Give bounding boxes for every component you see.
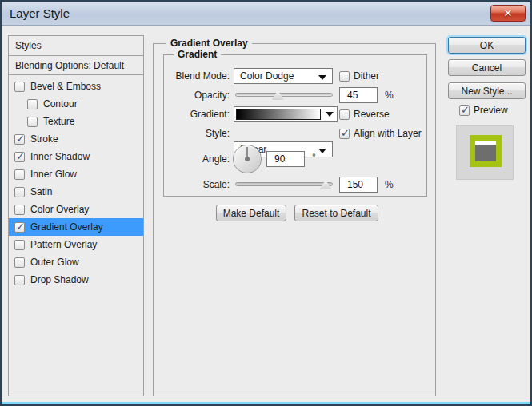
- sidebar-item[interactable]: Drop Shadow: [9, 271, 143, 289]
- reverse-checkbox-row: Reverse: [339, 109, 390, 120]
- gradient-overlay-panel: Gradient Overlay Gradient Blend Mode: Co…: [153, 43, 436, 396]
- gradient-dropdown-arrow[interactable]: [322, 107, 337, 121]
- chevron-down-icon: [326, 112, 334, 117]
- preview-swatch: [456, 125, 514, 180]
- opacity-unit: %: [385, 87, 394, 103]
- sidebar-header-styles[interactable]: Styles: [9, 36, 143, 56]
- sidebar-item-label: Stroke: [30, 133, 58, 145]
- item-checkbox[interactable]: [14, 187, 25, 197]
- reset-to-default-button[interactable]: Reset to Default: [294, 205, 378, 221]
- gradient-label: Gradient:: [164, 106, 230, 122]
- layer-style-dialog: Layer Style ✕ Styles Blending Options: D…: [0, 0, 532, 406]
- scale-input[interactable]: [339, 177, 378, 193]
- sidebar-item[interactable]: Outer Glow: [9, 253, 143, 271]
- angle-label: Angle:: [164, 151, 230, 167]
- scale-slider-track[interactable]: [235, 182, 333, 186]
- gradient-picker[interactable]: [234, 106, 338, 122]
- chevron-down-icon: [318, 149, 326, 153]
- close-icon[interactable]: ✕: [490, 5, 526, 22]
- styles-sidebar: Styles Blending Options: Default Bevel &…: [8, 35, 144, 396]
- preview-swatch-fill: [475, 141, 496, 161]
- angle-dial[interactable]: [233, 145, 262, 173]
- item-checkbox[interactable]: [14, 275, 25, 285]
- sidebar-item-label: Pattern Overlay: [30, 239, 97, 250]
- sidebar-item-label: Gradient Overlay: [30, 221, 103, 233]
- item-checkbox[interactable]: [14, 222, 25, 233]
- item-checkbox[interactable]: [14, 134, 25, 145]
- opacity-slider-track[interactable]: [235, 93, 333, 97]
- item-checkbox[interactable]: [14, 82, 25, 92]
- angle-unit: °: [312, 149, 316, 165]
- sidebar-items: Bevel & Emboss Contour Texture Stroke In…: [9, 75, 143, 289]
- new-style-button[interactable]: New Style...: [448, 82, 526, 99]
- sidebar-item[interactable]: Gradient Overlay: [9, 218, 143, 236]
- item-checkbox[interactable]: [27, 117, 38, 127]
- opacity-label: Opacity:: [164, 87, 230, 103]
- dither-checkbox-row: Dither: [339, 70, 379, 82]
- blend-mode-value: Color Dodge: [240, 70, 294, 82]
- sidebar-item[interactable]: Contour: [9, 95, 143, 113]
- cancel-button[interactable]: Cancel: [448, 59, 526, 76]
- align-with-layer-checkbox[interactable]: [339, 129, 350, 139]
- sidebar-item[interactable]: Color Overlay: [9, 201, 143, 218]
- panel-title: Gradient Overlay: [166, 38, 252, 49]
- sidebar-item-label: Color Overlay: [30, 204, 89, 215]
- sidebar-item-label: Satin: [30, 186, 52, 197]
- item-checkbox[interactable]: [14, 152, 25, 162]
- sidebar-item[interactable]: Texture: [9, 113, 143, 130]
- opacity-input[interactable]: [339, 87, 378, 103]
- reverse-checkbox[interactable]: [339, 109, 350, 120]
- dialog-title: Layer Style: [10, 2, 70, 26]
- chevron-down-icon: [318, 75, 326, 80]
- dither-label: Dither: [354, 70, 379, 82]
- group-title: Gradient: [174, 49, 221, 60]
- item-checkbox[interactable]: [14, 257, 25, 268]
- preview-swatch-highlight: [475, 141, 496, 145]
- opacity-slider[interactable]: [235, 88, 333, 102]
- scale-unit: %: [385, 177, 394, 193]
- sidebar-item[interactable]: Inner Glow: [9, 165, 143, 183]
- gradient-group: Gradient Blend Mode: Color Dodge Dither …: [163, 54, 427, 197]
- dither-checkbox[interactable]: [339, 71, 350, 82]
- titlebar[interactable]: Layer Style ✕: [2, 2, 530, 26]
- item-checkbox[interactable]: [14, 169, 25, 180]
- align-checkbox-row: Align with Layer: [339, 128, 422, 139]
- preview-swatch-border: [470, 135, 502, 167]
- preview-checkbox-row: Preview: [459, 105, 508, 116]
- angle-dial-hub: [245, 157, 250, 161]
- align-with-layer-label: Align with Layer: [354, 128, 422, 139]
- sidebar-item-label: Inner Glow: [30, 169, 77, 180]
- angle-input[interactable]: [266, 151, 305, 167]
- sidebar-item-label: Inner Shadow: [30, 151, 90, 162]
- sidebar-item-label: Bevel & Emboss: [30, 81, 101, 92]
- make-default-button[interactable]: Make Default: [216, 205, 286, 221]
- scale-label: Scale:: [164, 177, 230, 193]
- sidebar-item-label: Contour: [43, 98, 78, 109]
- sidebar-item[interactable]: Pattern Overlay: [9, 236, 143, 253]
- ok-button[interactable]: OK: [448, 37, 526, 54]
- sidebar-item-label: Texture: [43, 116, 74, 127]
- sidebar-item[interactable]: Bevel & Emboss: [9, 78, 143, 95]
- preview-label: Preview: [474, 105, 508, 116]
- preview-checkbox[interactable]: [459, 105, 470, 116]
- sidebar-item-label: Outer Glow: [30, 257, 79, 268]
- sidebar-item[interactable]: Stroke: [9, 130, 143, 148]
- scale-slider[interactable]: [235, 177, 333, 192]
- sidebar-item[interactable]: Inner Shadow: [9, 148, 143, 165]
- item-checkbox[interactable]: [27, 99, 38, 109]
- item-checkbox[interactable]: [14, 205, 25, 215]
- style-label: Style:: [164, 125, 230, 141]
- reverse-label: Reverse: [354, 109, 390, 120]
- dialog-body: Styles Blending Options: Default Bevel &…: [2, 26, 530, 404]
- item-checkbox[interactable]: [14, 240, 25, 250]
- sidebar-item[interactable]: Satin: [9, 183, 143, 201]
- blend-mode-select[interactable]: Color Dodge: [234, 68, 333, 84]
- sidebar-item-blending-options[interactable]: Blending Options: Default: [9, 56, 143, 75]
- gradient-preview-bar[interactable]: [236, 109, 321, 120]
- sidebar-item-label: Drop Shadow: [30, 274, 89, 285]
- blend-mode-label: Blend Mode:: [164, 68, 230, 84]
